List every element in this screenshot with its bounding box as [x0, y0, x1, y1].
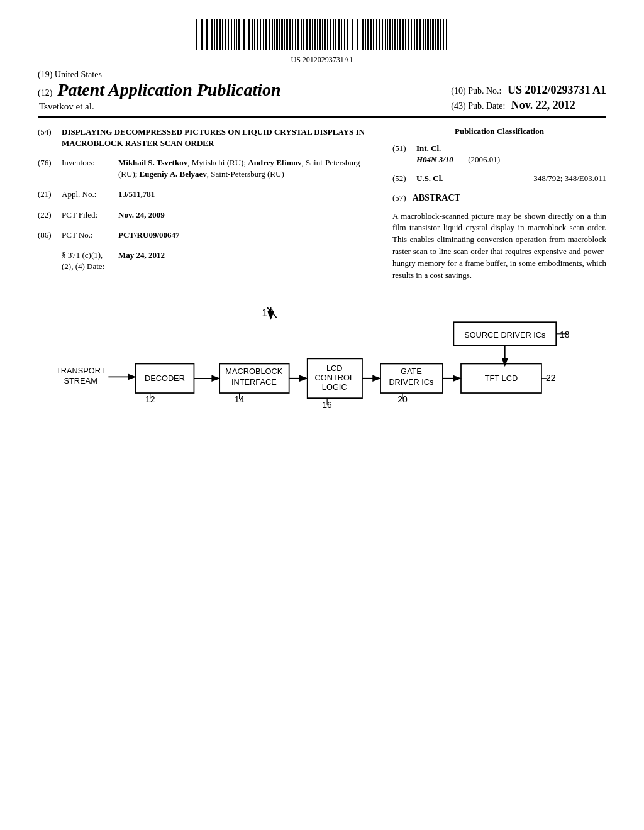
- abstract-section: (57) ABSTRACT A macroblock-scanned pictu…: [392, 193, 606, 282]
- lcd-control-label2: CONTROL: [315, 373, 355, 382]
- title-row: (54) DISPLAYING DECOMPRESSED PICTURES ON…: [38, 126, 374, 148]
- pct-filed-num: (22): [38, 209, 62, 221]
- us-cl-dots: [446, 172, 531, 184]
- us-cl-label: U.S. Cl.: [416, 173, 443, 184]
- header-section: (19) United States (12) Patent Applicati…: [38, 70, 606, 118]
- pct-no-row: (86) PCT No.: PCT/RU09/00647: [38, 230, 374, 241]
- abstract-num: (57): [392, 193, 406, 203]
- decoder-label: DECODER: [145, 374, 185, 383]
- pub-date-line: (43) Pub. Date: Nov. 22, 2012: [451, 99, 606, 112]
- pub-no-prefix: (10) Pub. No.:: [451, 86, 501, 96]
- pct-filed-row: (22) PCT Filed: Nov. 24, 2009: [38, 209, 374, 221]
- title-num: (54): [38, 126, 62, 148]
- transport-stream-label-line1: TRANSPORT: [56, 365, 106, 375]
- patent-app-pub: Patent Application Publication: [57, 80, 280, 100]
- us-cl-row: (52) U.S. Cl. 348/792; 348/E03.011: [392, 173, 606, 185]
- pub-date-prefix: (43) Pub. Date:: [451, 101, 505, 111]
- right-column: Publication Classification (51) Int. Cl.…: [392, 126, 606, 282]
- header-left: (19) United States (12) Patent Applicati…: [38, 70, 281, 112]
- barcode-section: [38, 19, 606, 53]
- macroblock-label1: MACROBLOCK: [225, 366, 282, 375]
- pub-no-value: US 2012/0293731 A1: [508, 84, 606, 96]
- diagram-section: 10 SOURCE DRIVER ICs 18 TRA: [38, 294, 606, 443]
- pct-filed-value: Nov. 24, 2009: [118, 209, 374, 221]
- inventors-row: (76) Inventors: Mikhail S. Tsvetkov, Myt…: [38, 157, 374, 180]
- section-label: § 371 (c)(1),: [62, 250, 118, 261]
- header-right: (10) Pub. No.: US 2012/0293731 A1 (43) P…: [451, 84, 606, 112]
- inventor-line: Tsvetkov et al.: [39, 101, 281, 112]
- appl-no-num: (21): [38, 189, 62, 200]
- pct-filed-label: PCT Filed:: [62, 209, 118, 221]
- macroblock-label2: INTERFACE: [231, 377, 277, 387]
- int-cl-value: H04N 3/10: [416, 155, 453, 164]
- pub-classification: Publication Classification: [392, 126, 606, 136]
- gate-driver-label1: GATE: [401, 366, 422, 375]
- patent-number-top: US 20120293731A1: [38, 55, 606, 65]
- header-top: (19) United States (12) Patent Applicati…: [38, 70, 606, 112]
- section-date-value: May 24, 2012: [118, 250, 374, 272]
- source-driver-label: SOURCE DRIVER ICs: [464, 329, 545, 339]
- title-text: DISPLAYING DECOMPRESSED PICTURES ON LIQU…: [62, 126, 374, 148]
- int-cl-content: Int. Cl. H04N 3/10 (2006.01): [416, 143, 606, 165]
- appl-no-label: Appl. No.:: [62, 189, 118, 200]
- pub-no-line: (10) Pub. No.: US 2012/0293731 A1: [451, 84, 606, 97]
- appl-no-value: 13/511,781: [118, 189, 374, 200]
- inventor-eugeniy: Eugeniy A. Belyaev: [140, 169, 207, 179]
- us-cl-num: (52): [392, 173, 416, 185]
- section-num-empty: [38, 250, 62, 272]
- tft-lcd-label: TFT LCD: [485, 374, 518, 383]
- int-cl-year: (2006.01): [468, 155, 500, 164]
- source-driver-ref: 18: [560, 329, 570, 339]
- inventor-mikhail: Mikhail S. Tsvetkov: [118, 158, 187, 167]
- country-label: (19) United States: [38, 70, 281, 80]
- patent-page: US 20120293731A1 (19) United States (12)…: [0, 0, 644, 830]
- pub-date-value: Nov. 22, 2012: [511, 99, 575, 111]
- section-row: § 371 (c)(1), (2), (4) Date: May 24, 201…: [38, 250, 374, 272]
- main-content: (54) DISPLAYING DECOMPRESSED PICTURES ON…: [38, 126, 606, 282]
- int-cl-label: Int. Cl.: [416, 143, 441, 153]
- diagram-svg: 10 SOURCE DRIVER ICs 18 TRA: [44, 294, 600, 441]
- inventors-value: Mikhail S. Tsvetkov, Mytishchi (RU); And…: [118, 157, 374, 180]
- lcd-control-label1: LCD: [326, 363, 343, 373]
- inventor-andrey: Andrey Efimov: [248, 158, 301, 167]
- pct-no-label: PCT No.:: [62, 230, 118, 241]
- appl-no-row: (21) Appl. No.: 13/511,781: [38, 189, 374, 200]
- gate-driver-label2: DRIVER ICs: [389, 377, 433, 387]
- section-dates: (2), (4) Date:: [62, 261, 118, 272]
- inventors-num: (76): [38, 157, 62, 180]
- pct-no-num: (86): [38, 230, 62, 241]
- int-cl-num: (51): [392, 143, 416, 165]
- transport-stream-label-line2: STREAM: [64, 376, 97, 385]
- barcode-image: [196, 19, 448, 50]
- left-column: (54) DISPLAYING DECOMPRESSED PICTURES ON…: [38, 126, 374, 282]
- us-cl-value: 348/792; 348/E03.011: [533, 173, 606, 184]
- tft-lcd-ref: 22: [546, 373, 556, 383]
- section-label-col: § 371 (c)(1), (2), (4) Date:: [62, 250, 118, 272]
- int-cl-row: (51) Int. Cl. H04N 3/10 (2006.01): [392, 143, 606, 165]
- abstract-label: ABSTRACT: [413, 193, 460, 203]
- us-cl-content: U.S. Cl. 348/792; 348/E03.011: [416, 173, 606, 185]
- abstract-header-row: (57) ABSTRACT: [392, 193, 606, 207]
- abstract-text: A macroblock-scanned picture may be show…: [392, 211, 606, 282]
- lcd-control-label3: LOGIC: [322, 382, 347, 392]
- inventors-label: Inventors:: [62, 157, 118, 180]
- type-prefix: (12): [38, 88, 52, 98]
- pct-no-value: PCT/RU09/00647: [118, 230, 374, 241]
